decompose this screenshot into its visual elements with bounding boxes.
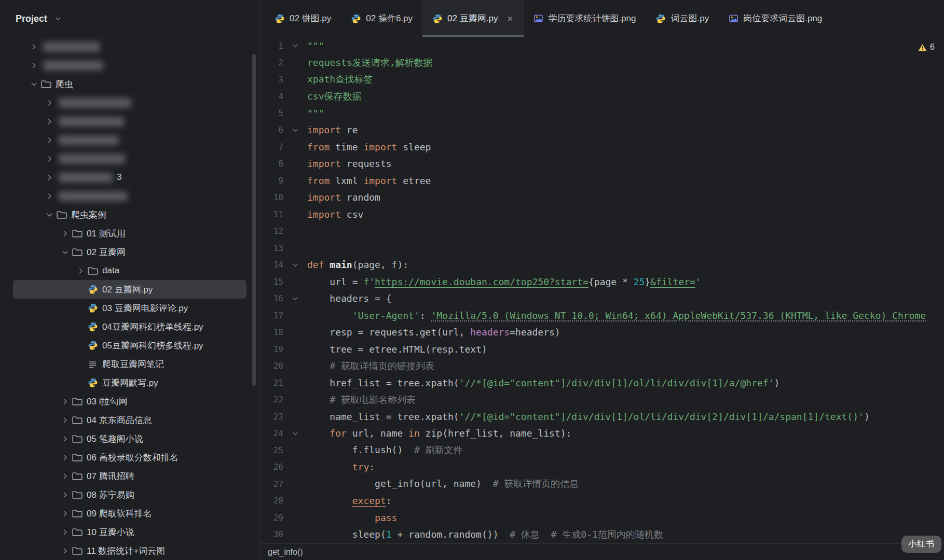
line-number[interactable]: 3	[261, 75, 283, 85]
line-number[interactable]: 11	[261, 209, 283, 219]
line-number[interactable]: 15	[261, 277, 283, 287]
editor-tab[interactable]: 02 饼图.py	[265, 0, 341, 37]
breadcrumb-item[interactable]: get_info()	[264, 547, 307, 558]
code-line[interactable]: 2requests发送请求,解析数据	[261, 54, 944, 72]
code-line[interactable]: 6import re	[261, 122, 944, 139]
sidebar-scrollbar[interactable]	[252, 54, 256, 386]
tree-item-folder[interactable]: 07 腾讯招聘	[13, 467, 247, 485]
tree-item-folder[interactable]: 01 测试用	[13, 224, 247, 243]
code-line[interactable]: 18 resp = requests.get(url, headers=head…	[261, 324, 944, 341]
tree-item-folder[interactable]: 3	[13, 168, 247, 187]
code-line[interactable]: 16 headers = {	[261, 290, 944, 307]
tree-item-folder[interactable]: 09 爬取软科排名	[13, 504, 247, 523]
line-number[interactable]: 27	[261, 479, 283, 489]
code-line[interactable]: 27 get_info(url, name) # 获取详情页的信息	[261, 475, 944, 493]
line-number[interactable]: 28	[261, 496, 283, 506]
code-line[interactable]: 22 # 获取电影名称列表	[261, 391, 944, 409]
code-line[interactable]: 1"""	[261, 37, 944, 54]
code-line[interactable]: 8import requests	[261, 156, 944, 173]
tree-item-file[interactable]: 豆瓣网默写.py	[13, 373, 247, 392]
code-line[interactable]: 28 except:	[261, 493, 944, 510]
chevron-right-icon[interactable]	[59, 544, 71, 557]
chevron-right-icon[interactable]	[43, 152, 56, 165]
tree-item-folder[interactable]	[13, 37, 247, 56]
tree-item-folder[interactable]	[13, 187, 247, 205]
code-line[interactable]: 3xpath查找标签	[261, 71, 944, 88]
line-number[interactable]: 16	[261, 293, 283, 303]
chevron-right-icon[interactable]	[59, 507, 71, 520]
code-line[interactable]: 12	[261, 223, 944, 240]
editor-tab[interactable]: 词云图.py	[646, 0, 719, 37]
code-line[interactable]: 7from time import sleep	[261, 138, 944, 156]
code-line[interactable]: 10import random	[261, 189, 944, 206]
line-number[interactable]: 19	[261, 344, 283, 354]
tree-item-folder[interactable]: 爬虫案例	[13, 205, 247, 224]
line-number[interactable]: 18	[261, 327, 283, 337]
code-line[interactable]: 4csv保存数据	[261, 88, 944, 105]
line-number[interactable]: 14	[261, 260, 283, 270]
chevron-down-icon[interactable]	[52, 12, 64, 25]
fold-chevron-icon[interactable]	[283, 295, 307, 302]
chevron-right-icon[interactable]	[43, 134, 56, 146]
chevron-right-icon[interactable]	[59, 470, 71, 482]
tree-item-file[interactable]: 02 豆瓣网.py	[13, 280, 247, 299]
code-line[interactable]: 20 # 获取详情页的链接列表	[261, 358, 944, 375]
tree-item-folder[interactable]	[13, 93, 247, 112]
tree-item-folder[interactable]: 08 苏宁易购	[13, 485, 247, 504]
tree-item-folder[interactable]: 06 高校录取分数和排名	[13, 448, 247, 467]
chevron-right-icon[interactable]	[28, 40, 40, 53]
chevron-down-icon[interactable]	[28, 78, 40, 90]
tree-item-folder[interactable]	[13, 112, 247, 131]
tree-item-folder[interactable]: 爬虫	[13, 75, 247, 93]
line-number[interactable]: 12	[261, 226, 283, 236]
chevron-right-icon[interactable]	[28, 59, 40, 72]
tree-item-folder[interactable]: 02 豆瓣网	[13, 243, 247, 261]
line-number[interactable]: 7	[261, 142, 283, 152]
chevron-right-icon[interactable]	[59, 432, 71, 445]
chevron-right-icon[interactable]	[59, 451, 71, 464]
line-number[interactable]: 8	[261, 159, 283, 169]
code-line[interactable]: 23 name_list = tree.xpath('//*[@id="cont…	[261, 408, 944, 425]
line-number[interactable]: 20	[261, 361, 283, 371]
tree-item-folder[interactable]	[13, 56, 247, 75]
tree-item-file[interactable]: 05豆瓣网科幻榜多线程.py	[13, 336, 247, 355]
chevron-right-icon[interactable]	[59, 488, 71, 501]
chevron-right-icon[interactable]	[43, 96, 56, 109]
tree-item-file[interactable]: 03 豆瓣网电影评论.py	[13, 299, 247, 317]
chevron-right-icon[interactable]	[59, 395, 71, 408]
tree-item-folder[interactable]: data	[13, 261, 247, 280]
code-line[interactable]: 17 'User-Agent': 'Mozilla/5.0 (Windows N…	[261, 307, 944, 324]
line-number[interactable]: 23	[261, 412, 283, 422]
close-icon[interactable]	[507, 15, 514, 22]
code-line[interactable]: 11import csv	[261, 206, 944, 223]
line-number[interactable]: 30	[261, 529, 283, 539]
chevron-right-icon[interactable]	[43, 190, 56, 202]
editor-tab[interactable]: 学历要求统计饼图.png	[524, 0, 646, 37]
tree-item-file[interactable]: 04豆瓣网科幻榜单线程.py	[13, 317, 247, 336]
tree-item-folder[interactable]: 10 豆瓣小说	[13, 523, 247, 541]
chevron-right-icon[interactable]	[59, 227, 71, 240]
line-number[interactable]: 26	[261, 462, 283, 472]
code-editor[interactable]: 1"""2requests发送请求,解析数据3xpath查找标签4csv保存数据…	[261, 37, 944, 543]
fold-chevron-icon[interactable]	[283, 261, 307, 269]
tree-item-folder[interactable]: 05 笔趣阁小说	[13, 429, 247, 448]
line-number[interactable]: 13	[261, 243, 283, 253]
line-number[interactable]: 24	[261, 428, 283, 438]
fold-chevron-icon[interactable]	[283, 42, 307, 49]
code-line[interactable]: 14def main(page, f):	[261, 257, 944, 274]
editor-tab[interactable]: 岗位要求词云图.png	[719, 0, 832, 37]
tree-item-folder[interactable]	[13, 149, 247, 168]
code-line[interactable]: 29 pass	[261, 509, 944, 526]
code-line[interactable]: 24 for url, name in zip(href_list, name_…	[261, 425, 944, 442]
editor-tab[interactable]: 02 操作6.py	[341, 0, 422, 37]
fold-chevron-icon[interactable]	[283, 430, 307, 437]
chevron-right-icon[interactable]	[43, 115, 56, 128]
code-line[interactable]: 15 url = f'https://movie.douban.com/top2…	[261, 273, 944, 290]
project-panel-title[interactable]: Project	[16, 13, 47, 24]
chevron-right-icon[interactable]	[74, 264, 87, 277]
tree-item-file[interactable]: 爬取豆瓣网笔记	[13, 355, 247, 373]
code-line[interactable]: 30 sleep(1 + random.random()) # 休息 # 生成0…	[261, 526, 944, 543]
code-line[interactable]: 25 f.flush() # 刷新文件	[261, 442, 944, 459]
line-number[interactable]: 21	[261, 378, 283, 388]
tree-item-folder[interactable]: 04 京东商品信息	[13, 411, 247, 429]
